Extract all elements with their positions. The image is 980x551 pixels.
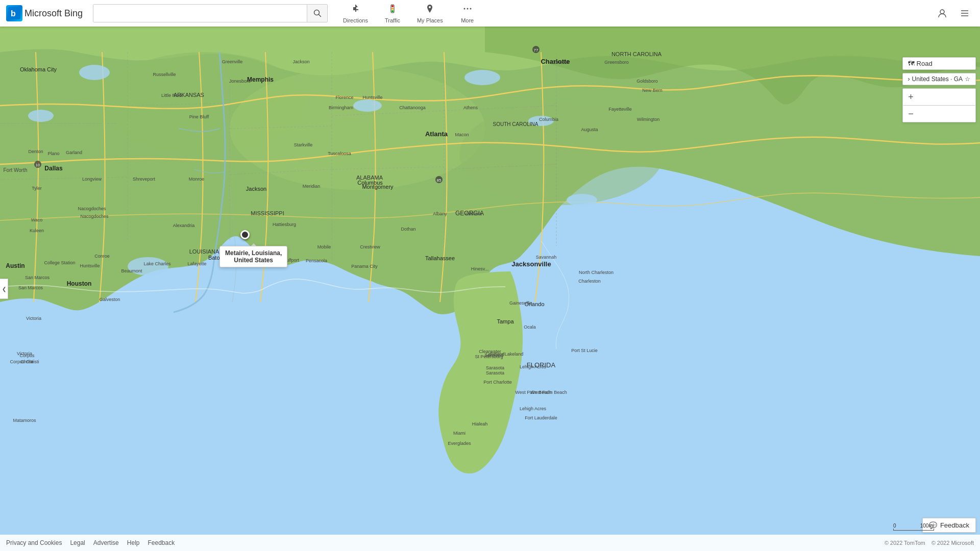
svg-text:Tuscaloosa: Tuscaloosa (328, 151, 351, 156)
svg-point-37 (353, 99, 382, 112)
svg-text:Atlanta: Atlanta (425, 130, 448, 138)
scale-text: 0 100mi (893, 523, 934, 529)
tooltip-line1: Metairie, Louisiana, (225, 249, 282, 257)
svg-text:Savannah: Savannah (536, 255, 557, 260)
header-right (933, 4, 980, 22)
svg-text:Goldsboro: Goldsboro (636, 79, 658, 84)
svg-text:Dothan: Dothan (401, 227, 415, 232)
left-collapse-button[interactable]: ❮ (0, 279, 8, 299)
svg-text:LOUISIANA: LOUISIANA (189, 248, 219, 255)
traffic-label: Traffic (385, 17, 400, 23)
svg-text:Hattiesburg: Hattiesburg (273, 222, 296, 227)
svg-text:College Station: College Station (44, 260, 75, 265)
zoom-controls: + − (902, 88, 976, 122)
zoom-out-button[interactable]: − (903, 106, 919, 122)
svg-text:Panama City: Panama City (351, 264, 378, 269)
svg-text:Jackson: Jackson (292, 59, 309, 64)
svg-text:Greensboro: Greensboro (604, 60, 629, 65)
svg-text:Port Charlotte: Port Charlotte (483, 380, 512, 385)
svg-text:Tampa: Tampa (497, 318, 514, 324)
svg-point-35 (28, 110, 54, 122)
svg-text:Nacogdoches: Nacogdoches (80, 214, 109, 219)
location-breadcrumb[interactable]: › United States · GA ☆ (902, 73, 976, 85)
svg-text:Pensacola: Pensacola (306, 258, 327, 263)
svg-text:Pine Bluff: Pine Bluff (189, 114, 209, 119)
svg-text:West Palm Beach: West Palm Beach (515, 390, 551, 395)
svg-text:Lake Charles: Lake Charles (143, 261, 171, 266)
svg-text:Lafayette: Lafayette (187, 261, 206, 266)
chevron-left-icon: ❮ (2, 286, 6, 292)
svg-text:Macon: Macon (455, 132, 469, 137)
svg-text:Lakeland: Lakeland (505, 352, 524, 357)
svg-text:Alexandria: Alexandria (173, 223, 195, 228)
svg-point-40 (567, 194, 597, 206)
svg-text:Longview: Longview (82, 177, 102, 182)
road-view-button[interactable]: 🗺 Road (902, 57, 976, 70)
svg-text:Everglades: Everglades (448, 441, 471, 446)
svg-text:Hinesv...: Hinesv... (471, 266, 488, 271)
svg-text:Greenville: Greenville (222, 59, 243, 64)
traffic-tool[interactable]: Traffic (377, 1, 408, 26)
map-credit: © 2022 TomTom (885, 540, 925, 546)
zoom-in-button[interactable]: + (903, 89, 919, 105)
directions-icon (351, 4, 361, 16)
svg-text:Tyler: Tyler (32, 186, 42, 191)
road-icon: 🗺 (908, 60, 915, 67)
more-tool[interactable]: More (452, 1, 483, 26)
svg-point-8 (429, 6, 431, 8)
my-places-tool[interactable]: My Places (410, 1, 450, 26)
svg-text:Mobile: Mobile (317, 244, 331, 249)
search-input[interactable]: Metairie, Louisiana, United States (93, 5, 307, 22)
breadcrumb-text: United States · GA (912, 76, 963, 83)
map-controls: 🗺 Road › United States · GA ☆ + − (902, 57, 976, 122)
svg-text:Waco: Waco (31, 217, 43, 222)
bing-text: Microsoft Bing (24, 8, 83, 19)
svg-text:Little Rock: Little Rock (161, 93, 183, 98)
help-link[interactable]: Help (127, 539, 140, 546)
svg-text:Tallahassee: Tallahassee (425, 255, 455, 261)
scale-right: 100mi (920, 523, 934, 529)
svg-text:Florence: Florence (335, 95, 353, 100)
legal-link[interactable]: Legal (70, 539, 85, 546)
search-button[interactable] (307, 5, 327, 22)
svg-text:Russellville: Russellville (153, 72, 176, 77)
svg-text:Crestview: Crestview (360, 244, 380, 249)
svg-text:Fayetteville: Fayetteville (608, 107, 632, 112)
footer-feedback-link[interactable]: Feedback (148, 539, 175, 546)
svg-text:Jackson: Jackson (246, 186, 266, 192)
svg-text:Sarasota: Sarasota (486, 370, 504, 375)
feedback-label: Feedback (940, 521, 969, 529)
logo-area: b Microsoft Bing (0, 5, 89, 21)
pin-circle (240, 230, 250, 239)
menu-button[interactable] (955, 4, 974, 22)
search-container: Metairie, Louisiana, United States (93, 4, 328, 22)
scale-left: 0 (893, 523, 896, 529)
svg-text:Chattanooga: Chattanooga (399, 105, 426, 110)
map-pin (240, 230, 250, 239)
user-button[interactable] (933, 4, 951, 22)
directions-tool[interactable]: Directions (336, 1, 375, 26)
svg-point-38 (464, 70, 500, 85)
svg-text:Conroe: Conroe (94, 254, 110, 259)
road-label: Road (917, 60, 933, 67)
svg-text:Jonesboro: Jonesboro (229, 79, 251, 84)
svg-point-6 (391, 10, 394, 12)
search-icon (313, 9, 322, 17)
svg-text:Lakeland: Lakeland (485, 353, 504, 358)
chevron-right-icon: › (908, 76, 910, 83)
bing-logo[interactable]: b Microsoft Bing (6, 5, 83, 21)
svg-text:Denton: Denton (28, 149, 43, 154)
svg-text:Gainesville: Gainesville (509, 300, 532, 306)
svg-text:Huntsville: Huntsville (362, 95, 382, 100)
svg-text:Christi: Christi (20, 359, 34, 364)
scale-bar: 0 100mi (893, 523, 934, 531)
svg-text:Monroe: Monroe (189, 177, 205, 182)
svg-text:Columbia: Columbia (539, 117, 558, 122)
bing-logo-box: b (6, 5, 22, 21)
advertise-link[interactable]: Advertise (93, 539, 119, 546)
svg-text:Dallas: Dallas (44, 165, 63, 172)
svg-text:Augusta: Augusta (581, 127, 598, 132)
map-container[interactable]: 10 85 77 Oklahoma City Dallas Fort Worth… (0, 27, 980, 551)
svg-text:Miami: Miami (453, 431, 465, 436)
privacy-link[interactable]: Privacy and Cookies (6, 539, 62, 546)
